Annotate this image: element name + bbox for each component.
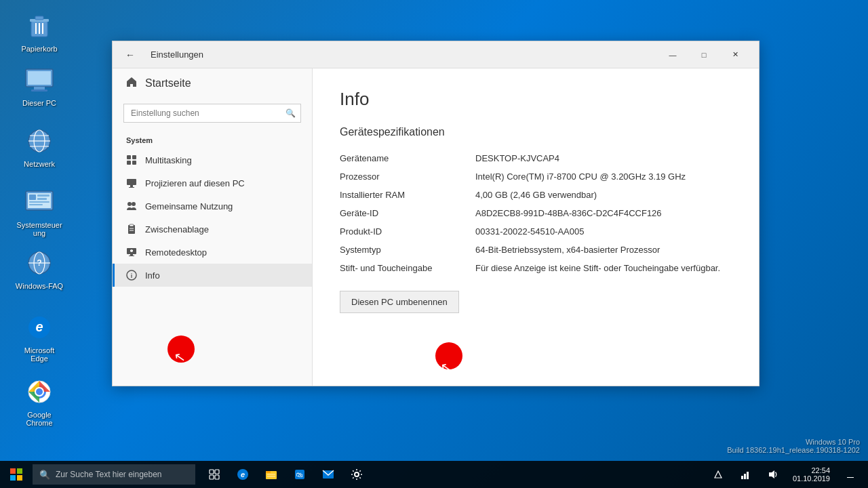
desktop-icon-chrome[interactable]: Google Chrome [12, 373, 66, 430]
sidebar-item-gemeinsame[interactable]: Gemeinsame Nutzung [113, 195, 312, 218]
settings-window: ← Einstellungen — □ ✕ Startseite [112, 41, 760, 386]
dieser-pc-label: Dieser PC [22, 99, 56, 107]
projizieren-label: Projizieren auf diesen PC [145, 178, 245, 188]
sidebar-item-info[interactable]: i Info [113, 264, 312, 287]
svg-rect-46 [130, 254, 133, 256]
spec-label-6: Stift- und Toucheingabe [340, 263, 475, 273]
desktop-icon-dieser-pc[interactable]: Dieser PC [12, 61, 66, 110]
svg-rect-55 [215, 470, 219, 474]
watermark-line1: Windows 10 Pro [727, 438, 860, 446]
window-body: Startseite 🔍 System [113, 68, 759, 386]
svg-rect-18 [37, 195, 50, 197]
svg-rect-34 [127, 161, 131, 165]
taskbar-edge-icon[interactable]: e [229, 461, 256, 488]
desktop-icon-windows-faq[interactable]: ? Windows-FAQ [12, 244, 66, 293]
systemsteuerung-label: Systemsteuerung [15, 221, 64, 237]
sidebar-item-projizieren[interactable]: Projizieren auf diesen PC [113, 171, 312, 195]
spec-value-1: Intel(R) Core(TM) i7-8700 CPU @ 3.20GHz … [475, 171, 732, 182]
svg-text:i: i [131, 272, 133, 279]
systemsteuerung-icon [23, 186, 56, 218]
windows-faq-icon-img: ? [23, 247, 56, 279]
sidebar: Startseite 🔍 System [113, 68, 313, 386]
spec-value-5: 64-Bit-Betriebssystem, x64-basierter Pro… [475, 245, 732, 255]
svg-rect-37 [130, 185, 133, 187]
specs-section-title: Gerätespezifikationen [340, 126, 732, 138]
svg-rect-56 [210, 475, 214, 479]
netzwerk-icon [23, 125, 56, 157]
page-title: Info [340, 89, 732, 110]
svg-rect-51 [17, 468, 22, 474]
desktop-icon-netzwerk[interactable]: Netzwerk [12, 122, 66, 171]
taskbar-time: 22:54 [811, 466, 830, 474]
chrome-label: Google Chrome [15, 411, 64, 427]
svg-rect-70 [744, 474, 746, 479]
svg-rect-50 [10, 468, 16, 474]
svg-rect-36 [127, 179, 136, 185]
taskbar-task-view[interactable] [201, 461, 228, 488]
taskbar-network-icon[interactable] [733, 461, 757, 488]
desktop-icon-edge[interactable]: e Microsoft Edge [12, 308, 66, 365]
taskbar-store-icon[interactable]: 🛍 [286, 461, 313, 488]
maximize-button[interactable]: □ [688, 41, 719, 68]
svg-rect-52 [10, 475, 16, 481]
sidebar-item-remotedesktop[interactable]: Remotedesktop [113, 241, 312, 264]
spec-table: Gerätename DESKTOP-KJVCAP4 Prozessor Int… [340, 149, 732, 277]
spec-row-prozessor: Prozessor Intel(R) Core(TM) i7-8700 CPU … [340, 167, 732, 186]
sidebar-item-startseite[interactable]: Startseite [113, 68, 312, 98]
svg-rect-62 [267, 474, 275, 475]
svg-point-31 [36, 388, 43, 395]
projizieren-icon [126, 178, 137, 188]
svg-rect-17 [29, 195, 36, 200]
title-bar: ← Einstellungen — □ ✕ [113, 41, 759, 68]
remotedesktop-icon [126, 247, 137, 258]
papierkorb-label: Papierkorb [21, 45, 57, 53]
home-icon [126, 77, 137, 90]
minimize-button[interactable]: — [657, 41, 688, 68]
sidebar-item-multitasking[interactable]: Multitasking [113, 148, 312, 171]
taskbar-notification[interactable] [838, 461, 863, 488]
svg-rect-8 [34, 87, 45, 89]
spec-value-2: 4,00 GB (2,46 GB verwendbar) [475, 190, 732, 200]
close-button[interactable]: ✕ [719, 41, 751, 68]
taskbar-volume-icon[interactable] [760, 461, 785, 488]
multitasking-icon [126, 155, 137, 165]
desktop-icon-systemsteuerung[interactable]: Systemsteuerung [12, 183, 66, 240]
spec-value-3: A8D2ECB8-991D-48BA-836C-D2C4F4CCF126 [475, 208, 732, 218]
sidebar-item-zwischenablage[interactable]: Zwischenablage [113, 218, 312, 241]
spec-row-systemtyp: Systemtyp 64-Bit-Betriebssystem, x64-bas… [340, 241, 732, 259]
taskbar-pinned-icons: e 🛍 [201, 461, 370, 488]
rename-pc-button[interactable]: Diesen PC umbenennen [340, 291, 459, 313]
svg-text:e: e [241, 470, 245, 479]
svg-point-67 [355, 472, 359, 476]
search-box: 🔍 [123, 104, 301, 123]
spec-label-5: Systemtyp [340, 245, 475, 255]
taskbar-search[interactable]: 🔍 Zur Suche Text hier eingeben [33, 464, 195, 485]
start-button[interactable] [0, 461, 33, 488]
taskbar-mail-icon[interactable] [315, 461, 342, 488]
taskbar-settings-icon[interactable] [343, 461, 370, 488]
svg-rect-71 [747, 472, 749, 479]
svg-point-40 [132, 202, 136, 206]
taskbar-right: 22:54 01.10.2019 [706, 461, 868, 488]
taskbar-explorer-icon[interactable] [258, 461, 285, 488]
main-content: Info Gerätespezifikationen Gerätename DE… [313, 68, 759, 386]
edge-icon-img: e [23, 311, 56, 344]
svg-rect-57 [215, 475, 219, 479]
svg-rect-63 [267, 476, 275, 477]
spec-value-6: Für diese Anzeige ist keine Stift- oder … [475, 263, 732, 273]
taskbar-clock[interactable]: 22:54 01.10.2019 [787, 461, 835, 488]
back-button[interactable]: ← [121, 45, 140, 64]
svg-text:e: e [35, 319, 43, 334]
svg-rect-35 [132, 161, 136, 165]
svg-marker-68 [715, 471, 722, 478]
windows-faq-label: Windows-FAQ [16, 282, 63, 290]
svg-rect-38 [129, 187, 134, 188]
windows-watermark: Windows 10 Pro Build 18362.19h1_release.… [727, 438, 860, 454]
svg-rect-20 [29, 201, 50, 203]
title-bar-controls: — □ ✕ [657, 41, 751, 68]
taskbar-system-tray[interactable] [706, 461, 730, 488]
svg-rect-47 [129, 256, 134, 256]
desktop-icon-papierkorb[interactable]: Papierkorb [12, 7, 66, 56]
search-input[interactable] [123, 104, 301, 123]
taskbar-date: 01.10.2019 [793, 474, 830, 483]
